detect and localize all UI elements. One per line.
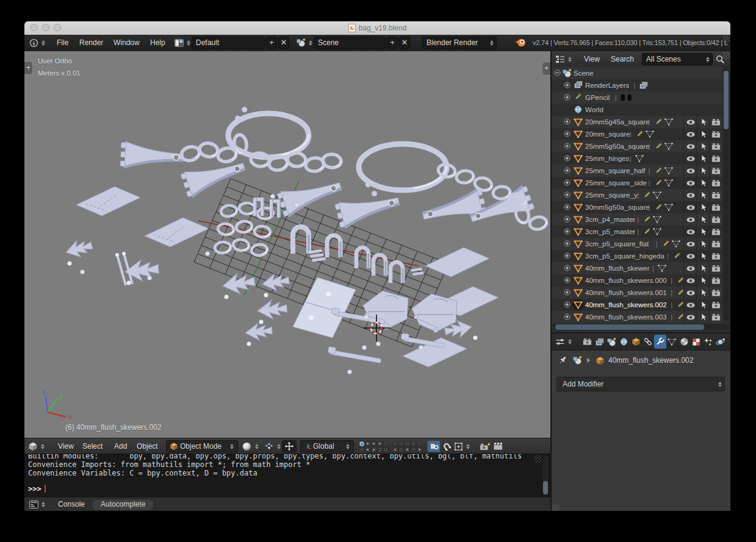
console-scrollbar[interactable] — [542, 455, 549, 496]
pencil-icon[interactable] — [661, 240, 670, 248]
visibility-toggle[interactable] — [683, 128, 697, 140]
expand-icon[interactable] — [564, 82, 571, 88]
toolshelf-expand-tab[interactable]: + — [24, 61, 33, 75]
layer-cell[interactable] — [398, 441, 404, 446]
pencil-icon[interactable] — [635, 130, 644, 138]
mesh-data-icon[interactable] — [653, 228, 661, 235]
visibility-toggle[interactable] — [683, 201, 697, 213]
outliner-scope-select[interactable]: All Scenes — [642, 53, 713, 65]
expand-icon[interactable] — [564, 252, 571, 259]
visibility-toggle[interactable] — [683, 287, 697, 299]
vp-menu-view[interactable]: View — [58, 438, 74, 454]
outliner-item-label[interactable]: 40mm_flush_skewers.003 — [585, 311, 667, 323]
mesh-data-icon[interactable] — [653, 216, 661, 223]
outliner-row[interactable]: 25mm5g50a_square| — [552, 140, 722, 152]
renderability-toggle[interactable] — [709, 299, 722, 311]
python-console[interactable]: Builtin Modules: bpy, bpy.data, bpy.ops,… — [24, 454, 552, 497]
snap-toggle[interactable] — [442, 438, 452, 454]
selectability-toggle[interactable] — [696, 189, 710, 201]
selectability-toggle[interactable] — [696, 201, 710, 213]
renderability-toggle[interactable] — [709, 116, 722, 128]
lock-to-scene-toggle[interactable] — [427, 440, 441, 452]
mesh-data-icon[interactable] — [664, 179, 673, 187]
outliner-row[interactable]: GPencil| — [552, 91, 722, 104]
outliner-hscrollbar[interactable] — [553, 324, 729, 330]
console-prompt-line[interactable]: >>> — [28, 485, 46, 493]
layer-cell[interactable] — [377, 441, 383, 446]
autocomplete-button[interactable]: Autocomplete — [92, 499, 154, 511]
layer-cell[interactable] — [411, 441, 416, 446]
pencil-icon[interactable] — [643, 227, 651, 236]
visibility-toggle[interactable] — [683, 152, 697, 165]
outliner-row[interactable]: 40mm_flush_skewer| — [552, 262, 722, 274]
properties-tab-physics[interactable] — [715, 335, 727, 349]
outliner-row[interactable]: 25mm_square_half| — [552, 165, 722, 177]
layers-group-1[interactable] — [359, 441, 389, 452]
outliner-item-label[interactable]: 30mm5g50a_square — [585, 201, 650, 213]
renderability-toggle[interactable] — [709, 287, 722, 299]
manipulator-toggle[interactable] — [282, 440, 297, 452]
mesh-data-icon[interactable] — [672, 240, 680, 248]
vp-menu-select[interactable]: Select — [82, 438, 103, 454]
outliner-row[interactable]: 40mm_flush_skewers.000| — [552, 274, 722, 287]
properties-tab-render-layers[interactable] — [594, 335, 606, 349]
mesh-data-icon[interactable] — [658, 265, 666, 272]
layer-cell[interactable] — [383, 441, 389, 446]
outliner-row[interactable]: World — [552, 104, 722, 116]
expand-icon[interactable] — [564, 265, 571, 271]
properties-tab-modifiers[interactable] — [654, 335, 666, 349]
outliner-row[interactable]: 3cm_p5_square_hingeda| — [552, 250, 722, 262]
pencil-icon[interactable] — [643, 215, 651, 224]
visibility-toggle[interactable] — [683, 238, 697, 250]
layer-cell[interactable] — [359, 447, 364, 452]
visibility-toggle[interactable] — [683, 140, 697, 152]
menu-window[interactable]: Window — [113, 35, 140, 51]
transform-orientation-select[interactable]: Global — [300, 440, 354, 452]
layer-cell[interactable] — [392, 447, 398, 452]
selectability-toggle[interactable] — [696, 274, 710, 287]
mesh-data-icon[interactable] — [664, 204, 673, 211]
outliner-item-label[interactable]: 25mm5g50a_square — [585, 140, 650, 152]
expand-icon[interactable] — [564, 289, 571, 296]
renderlayers-badge-icon[interactable] — [639, 81, 649, 90]
pin-icon[interactable] — [558, 350, 567, 371]
layers-group-2[interactable] — [392, 441, 422, 452]
viewport-3d[interactable]: xyz User Ortho Meters x 0.01 (6) 40mm_fl… — [24, 51, 552, 438]
renderability-toggle[interactable] — [709, 165, 722, 177]
outliner-row[interactable]: 25mm_square_y| — [552, 189, 722, 201]
delete-scene-button[interactable]: ✕ — [399, 37, 410, 49]
outliner-item-label[interactable]: 25mm_square_y — [585, 189, 638, 201]
outliner-item-label[interactable]: 40mm_flush_skewer — [585, 262, 649, 274]
outliner-row[interactable]: 40mm_flush_skewers.003| — [552, 311, 722, 323]
renderability-toggle[interactable] — [709, 262, 722, 274]
selectability-toggle[interactable] — [696, 262, 710, 274]
outliner-row[interactable]: RenderLayers| — [552, 79, 722, 91]
layer-cell[interactable] — [365, 447, 370, 452]
outliner-item-label[interactable]: 40mm_flush_skewers.000 — [585, 274, 667, 287]
visibility-toggle[interactable] — [683, 311, 697, 323]
menu-render[interactable]: Render — [79, 35, 103, 51]
outliner-menu-view[interactable]: View — [584, 51, 600, 67]
vp-menu-object[interactable]: Object — [137, 438, 158, 454]
outliner-row[interactable]: 25mm_square_side| — [552, 177, 722, 189]
console-scrollbar-thumb[interactable] — [543, 481, 548, 494]
expand-icon[interactable] — [564, 118, 571, 125]
outliner-vscrollbar[interactable] — [723, 68, 729, 321]
properties-tab-world[interactable] — [617, 335, 630, 349]
mesh-data-icon[interactable] — [653, 191, 661, 199]
visibility-toggle[interactable] — [683, 165, 697, 177]
properties-tab-texture[interactable] — [690, 335, 702, 349]
renderability-toggle[interactable] — [709, 238, 722, 250]
outliner-item-label[interactable]: 3cm_p5_square_flat — [585, 238, 649, 250]
console-menu[interactable]: Console — [58, 497, 85, 511]
scene-selector-icon-wrap[interactable] — [296, 35, 315, 51]
corner-gripper[interactable] — [552, 504, 560, 511]
pencil-icon[interactable] — [654, 203, 663, 212]
outliner-item-label[interactable]: 40mm_flush_skewers.001 — [585, 287, 667, 299]
mesh-data-icon[interactable] — [664, 143, 673, 150]
selectability-toggle[interactable] — [696, 226, 710, 238]
properties-region-expand-tab[interactable]: + — [542, 62, 551, 76]
outliner-item-label[interactable]: 25mm_square_half — [585, 165, 645, 177]
scene-name-field[interactable]: Scene — [314, 37, 386, 49]
vp-menu-add[interactable]: Add — [114, 438, 127, 454]
